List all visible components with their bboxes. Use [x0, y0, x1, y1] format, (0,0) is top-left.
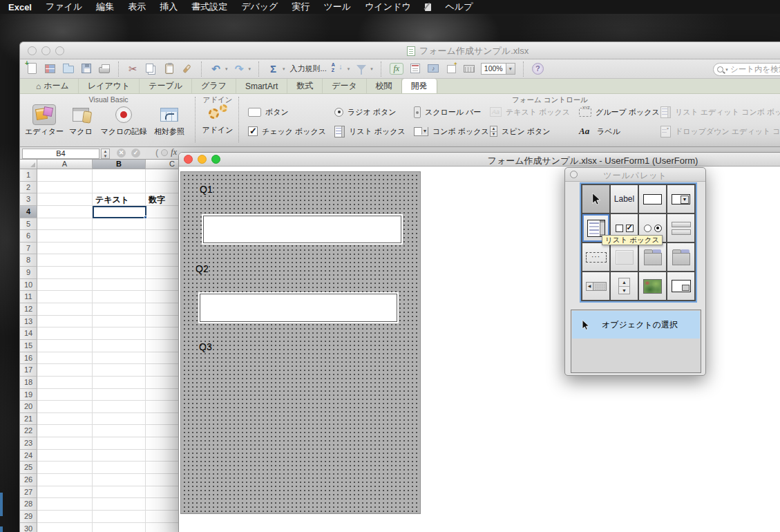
- userform-canvas[interactable]: Q1 Q2 Q3: [180, 171, 421, 514]
- ribbon-item-listbox[interactable]: リスト ボックス: [334, 122, 414, 141]
- zoom-button[interactable]: [55, 46, 64, 55]
- record-macro-button[interactable]: マクロの記録: [100, 104, 147, 137]
- row-header-30[interactable]: 30: [20, 523, 37, 532]
- insert-function-icon[interactable]: fx: [389, 62, 404, 75]
- row-header-9[interactable]: 9: [20, 267, 37, 279]
- cell-B5[interactable]: [93, 218, 146, 231]
- column-header-B[interactable]: B: [93, 160, 146, 169]
- row-header-21[interactable]: 21: [20, 413, 37, 426]
- tab-グラフ[interactable]: グラフ: [192, 79, 236, 93]
- form-label-q3[interactable]: Q3: [199, 341, 212, 352]
- tab-データ[interactable]: データ: [323, 79, 367, 93]
- undo-menu-caret[interactable]: ▾: [225, 66, 228, 72]
- form-label-q2[interactable]: Q2: [196, 263, 209, 274]
- autosum-icon[interactable]: Σ: [267, 62, 280, 75]
- tab-開発[interactable]: 開発: [402, 79, 437, 93]
- close-button[interactable]: [28, 46, 37, 55]
- row-header-16[interactable]: 16: [20, 352, 37, 365]
- cell-A8[interactable]: [37, 254, 93, 267]
- tab-数式[interactable]: 数式: [287, 79, 323, 93]
- cell-A11[interactable]: [37, 291, 93, 303]
- tool-commandbutton[interactable]: ···: [582, 243, 609, 271]
- tool-scrollbar[interactable]: [582, 272, 609, 300]
- cell-A24[interactable]: [37, 450, 93, 462]
- cell-B22[interactable]: [93, 425, 146, 437]
- menu-item-0[interactable]: Excel: [0, 2, 39, 12]
- ribbon-item-checkbox[interactable]: チェック ボックス: [248, 122, 334, 141]
- insert-function-area[interactable]: (fx: [155, 147, 177, 158]
- menu-item-2[interactable]: 編集: [89, 1, 121, 13]
- cell-A16[interactable]: [37, 352, 93, 365]
- ribbon-item-radio[interactable]: ラジオ ボタン: [334, 102, 414, 122]
- row-header-8[interactable]: 8: [20, 254, 37, 267]
- template-gallery-icon[interactable]: [44, 62, 57, 75]
- cell-B26[interactable]: [93, 474, 146, 486]
- cell-A18[interactable]: [37, 377, 93, 389]
- cell-A10[interactable]: [37, 279, 93, 292]
- row-header-5[interactable]: 5: [20, 218, 37, 231]
- cut-icon[interactable]: ✂: [126, 62, 140, 75]
- cell-B21[interactable]: [93, 413, 146, 426]
- ribbon-item-label-aa[interactable]: ラベル: [579, 122, 660, 141]
- paste-icon[interactable]: [162, 62, 175, 75]
- tool-select[interactable]: [582, 185, 609, 213]
- menu-item-5[interactable]: 書式設定: [184, 1, 234, 13]
- cell-B13[interactable]: [93, 316, 146, 328]
- format-painter-icon[interactable]: [180, 62, 193, 75]
- tool-refedit[interactable]: [667, 272, 694, 300]
- cell-A21[interactable]: [37, 413, 93, 426]
- open-icon[interactable]: [61, 62, 75, 75]
- new-document-icon[interactable]: [26, 62, 39, 75]
- cell-A1[interactable]: [37, 169, 93, 182]
- autosum-caret[interactable]: ▾: [283, 66, 285, 72]
- cell-B12[interactable]: [93, 303, 146, 316]
- menu-item-4[interactable]: 挿入: [153, 1, 184, 13]
- cell-B27[interactable]: [93, 486, 146, 499]
- row-header-23[interactable]: 23: [20, 437, 37, 450]
- cell-A27[interactable]: [37, 486, 93, 499]
- tab-レイアウト[interactable]: レイアウト: [79, 79, 140, 93]
- fill-handle[interactable]: [144, 216, 147, 219]
- tab-校閲[interactable]: 校閲: [367, 79, 402, 93]
- redo-icon[interactable]: ↷: [233, 62, 246, 75]
- cell-B10[interactable]: [93, 279, 146, 292]
- tool-image[interactable]: [639, 272, 666, 300]
- row-header-15[interactable]: 15: [20, 340, 37, 352]
- enter-icon[interactable]: ✓: [131, 149, 140, 158]
- cell-A7[interactable]: [37, 243, 93, 255]
- tool-multipage[interactable]: [667, 243, 694, 271]
- undo-icon[interactable]: ↶: [209, 62, 222, 75]
- cell-B15[interactable]: [93, 340, 146, 352]
- tool-label[interactable]: Label: [611, 185, 638, 213]
- help-icon[interactable]: ?: [531, 62, 544, 75]
- row-header-14[interactable]: 14: [20, 327, 37, 340]
- row-header-12[interactable]: 12: [20, 303, 37, 316]
- search-field[interactable]: ▼ シート内を検索: [713, 63, 780, 76]
- menu-item-10[interactable]: ヘルプ: [439, 1, 480, 13]
- cell-B6[interactable]: [93, 230, 146, 243]
- cell-B9[interactable]: [93, 267, 146, 279]
- row-header-3[interactable]: 3: [20, 193, 37, 206]
- row-header-20[interactable]: 20: [20, 401, 37, 413]
- redo-menu-caret[interactable]: ▾: [249, 66, 251, 72]
- name-box-stepper[interactable]: ▲▼: [101, 149, 110, 159]
- cell-A15[interactable]: [37, 340, 93, 352]
- print-icon[interactable]: [97, 62, 111, 75]
- row-header-10[interactable]: 10: [20, 279, 37, 292]
- cell-A19[interactable]: [37, 389, 93, 401]
- cell-A4[interactable]: [37, 206, 93, 218]
- form-label-q1[interactable]: Q1: [200, 184, 213, 195]
- cell-A5[interactable]: [37, 218, 93, 231]
- zoom-caret[interactable]: ▼: [506, 63, 515, 75]
- vb-editor-button[interactable]: エディター: [27, 104, 61, 137]
- row-header-25[interactable]: 25: [20, 462, 37, 474]
- cell-B7[interactable]: [93, 243, 146, 255]
- row-header-24[interactable]: 24: [20, 450, 37, 462]
- tool-spinbutton[interactable]: [611, 272, 638, 300]
- row-header-27[interactable]: 27: [20, 486, 37, 499]
- row-header-2[interactable]: 2: [20, 182, 37, 194]
- menu-item-3[interactable]: 表示: [121, 1, 153, 13]
- cell-A9[interactable]: [37, 267, 93, 279]
- menu-item-6[interactable]: デバッグ: [234, 1, 285, 13]
- cell-B14[interactable]: [93, 327, 146, 340]
